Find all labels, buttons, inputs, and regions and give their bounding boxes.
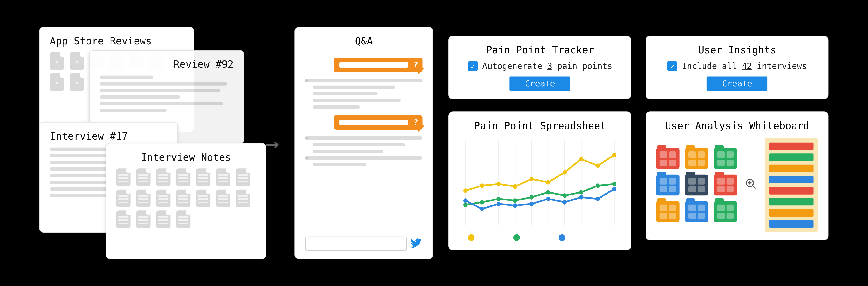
svg-point-31 (480, 206, 484, 211)
stacked-bar (769, 187, 813, 195)
legend-dot-yellow (468, 234, 475, 241)
note-file-icon (156, 190, 170, 208)
note-file-icon (136, 190, 151, 208)
note-file-icon (216, 190, 230, 208)
card-title: Interview Notes (116, 151, 256, 163)
placeholder-text-lines (100, 75, 234, 112)
note-file-icon (116, 211, 131, 228)
legend-dot-blue (559, 234, 566, 241)
note-file-icon (176, 168, 191, 186)
svg-point-26 (563, 193, 567, 198)
bar-stack (765, 138, 818, 232)
magnify-icon[interactable] (745, 178, 757, 193)
card-title: Review #92 (100, 58, 234, 70)
folder-orange-icon (656, 201, 680, 222)
note-file-icon (196, 190, 211, 208)
svg-point-29 (613, 182, 617, 186)
svg-point-21 (480, 200, 484, 204)
svg-point-35 (547, 197, 551, 201)
svg-point-20 (464, 202, 468, 207)
review-file-icon (50, 52, 64, 70)
answer-block (305, 133, 423, 169)
note-file-icon (176, 211, 191, 228)
folder-blue-icon (656, 174, 680, 196)
folder-orange-icon (685, 148, 709, 169)
review-file-icon (70, 73, 84, 91)
svg-point-33 (513, 203, 517, 208)
svg-line-41 (753, 185, 756, 188)
folder-navy-icon (685, 174, 709, 196)
folder-red-icon (656, 148, 680, 169)
svg-point-11 (480, 183, 484, 188)
note-file-icon (236, 168, 250, 186)
create-button[interactable]: Create (509, 76, 570, 91)
folder-green-icon (714, 201, 737, 222)
legend-dot-green (514, 234, 520, 241)
stacked-bar (769, 142, 813, 150)
card-title: Pain Point Spreadsheet (459, 120, 621, 131)
send-bird-icon[interactable] (410, 237, 423, 251)
svg-point-25 (547, 190, 551, 195)
svg-point-36 (563, 200, 567, 204)
qa-title: Q&A (305, 35, 423, 47)
note-file-icon (116, 190, 131, 208)
checkbox-label: Include all 42 interviews (682, 61, 807, 71)
review-file-icon (70, 52, 84, 70)
svg-point-22 (497, 197, 501, 201)
svg-point-39 (613, 187, 617, 191)
checkbox-label: Autogenerate 3 pain points (482, 61, 612, 71)
svg-point-27 (580, 190, 584, 195)
chart-legend (468, 234, 566, 241)
qa-card: Q&A ? ? (295, 27, 433, 259)
svg-point-12 (497, 182, 501, 186)
user-analysis-whiteboard-card: User Analysis Whiteboard (646, 112, 829, 241)
stacked-bar (769, 165, 813, 172)
svg-point-37 (580, 195, 584, 199)
autogenerate-checkbox[interactable]: ✓ (468, 61, 478, 71)
svg-point-23 (513, 198, 517, 203)
qa-input-field[interactable] (305, 236, 407, 251)
stacked-bar (769, 176, 813, 183)
create-button[interactable]: Create (707, 76, 768, 91)
card-title: User Analysis Whiteboard (656, 120, 818, 131)
include-all-checkbox[interactable]: ✓ (668, 61, 678, 71)
pain-point-line-chart (463, 137, 618, 242)
note-file-icon (136, 168, 151, 186)
svg-point-28 (596, 183, 600, 188)
note-file-icon (236, 190, 250, 208)
note-file-icon (196, 168, 211, 186)
review-file-icon (50, 73, 64, 91)
user-insights-card: User Insights ✓ Include all 42 interview… (646, 36, 829, 99)
svg-point-24 (530, 195, 534, 199)
svg-point-17 (580, 157, 584, 161)
note-file-icon (136, 211, 151, 228)
svg-point-19 (613, 153, 617, 157)
note-file-icon (156, 211, 170, 228)
stacked-bar (769, 209, 813, 217)
folder-green-icon (714, 148, 737, 169)
stacked-bar (769, 154, 813, 161)
note-file-icon (116, 168, 131, 186)
svg-point-32 (497, 202, 501, 206)
pain-point-tracker-card: Pain Point Tracker ✓ Autogenerate 3 pain… (449, 36, 631, 99)
note-file-icon (156, 168, 170, 186)
note-file-icon (216, 168, 230, 186)
card-title: User Insights (656, 44, 818, 56)
arrow-right-icon: → (265, 129, 279, 157)
svg-point-10 (464, 188, 468, 193)
question-bubble: ? (334, 116, 423, 130)
folder-red-icon (714, 174, 737, 196)
folder-blue-icon (685, 201, 709, 222)
note-file-icon (176, 190, 191, 208)
question-bubble: ? (334, 58, 423, 72)
svg-point-34 (530, 202, 534, 206)
folder-grid (656, 148, 737, 222)
svg-point-14 (530, 177, 534, 181)
stacked-bar (769, 198, 813, 206)
answer-block (305, 75, 423, 112)
pain-point-spreadsheet-card: Pain Point Spreadsheet (449, 112, 631, 250)
stacked-bar (769, 220, 813, 228)
interview-notes-card: Interview Notes (106, 143, 267, 259)
card-title: App Store Reviews (50, 35, 184, 47)
input-documents-pile: App Store Reviews Review #92 Interview (39, 27, 250, 259)
